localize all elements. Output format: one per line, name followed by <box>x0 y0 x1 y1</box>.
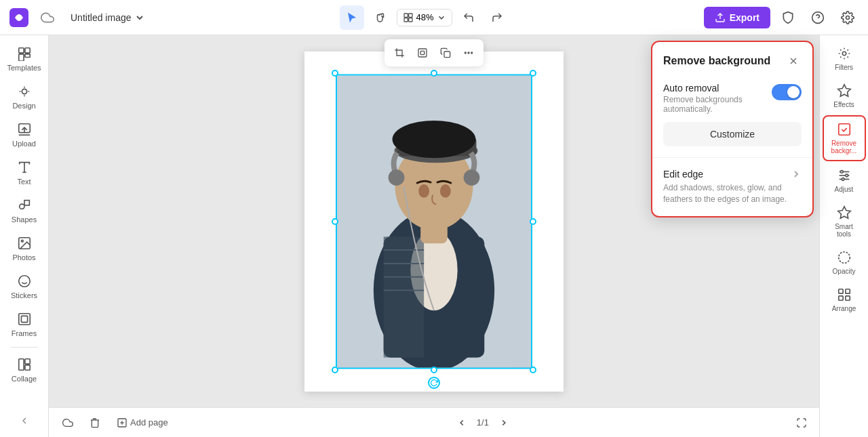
auto-removal-label: Auto removal <box>663 83 766 93</box>
handle-top-right[interactable] <box>530 70 536 77</box>
bottom-left-actions: Add page <box>57 415 174 431</box>
settings-icon[interactable] <box>835 5 860 30</box>
svg-rect-1 <box>404 14 408 17</box>
remove-background-panel: Remove background Auto removal Remove ba… <box>651 41 814 217</box>
redo-button[interactable] <box>485 5 509 30</box>
topbar-right: Export <box>704 5 860 30</box>
cloud-save-icon[interactable] <box>35 5 60 30</box>
svg-point-22 <box>21 240 23 242</box>
document-title[interactable]: Untitled image <box>71 12 145 23</box>
svg-point-13 <box>22 89 26 93</box>
bottom-bar: Add page 1/1 <box>49 407 819 437</box>
logo[interactable] <box>8 7 30 28</box>
svg-rect-29 <box>24 359 29 364</box>
right-panel-filters[interactable]: Filters <box>823 41 866 77</box>
smart-crop-button[interactable] <box>412 42 433 64</box>
canvas-page[interactable] <box>304 51 564 392</box>
right-panel-opacity[interactable]: Opacity <box>823 245 866 280</box>
more-options-button[interactable] <box>458 42 479 64</box>
handle-middle-left[interactable] <box>332 218 338 225</box>
handle-bottom-middle[interactable] <box>431 367 437 373</box>
sidebar-item-shapes[interactable]: Shapes <box>3 192 46 229</box>
handle-middle-right[interactable] <box>530 218 536 225</box>
sidebar-item-stickers[interactable]: Stickers <box>3 268 46 305</box>
panel-title: Remove background <box>663 55 770 67</box>
customize-button[interactable]: Customize <box>663 122 802 146</box>
right-panel-arrange[interactable]: Arrange <box>823 282 866 318</box>
zoom-selector[interactable]: 48% <box>397 9 452 26</box>
undo-button[interactable] <box>456 5 481 30</box>
left-sidebar: Templates Design Upload Te <box>0 35 49 437</box>
select-tool-button[interactable] <box>340 5 364 30</box>
svg-rect-3 <box>404 18 408 21</box>
svg-point-8 <box>846 16 850 19</box>
auto-removal-text: Auto removal Remove backgrounds automati… <box>663 83 766 114</box>
svg-rect-52 <box>418 49 427 57</box>
save-to-cloud-button[interactable] <box>57 415 79 431</box>
edit-edge-desc: Add shadows, strokes, glow, and feathers… <box>663 182 791 205</box>
auto-removal-toggle[interactable] <box>772 84 802 100</box>
handle-bottom-left[interactable] <box>332 367 338 373</box>
help-icon[interactable] <box>806 5 830 30</box>
sidebar-divider <box>11 347 38 348</box>
rotate-handle[interactable] <box>428 377 440 389</box>
svg-point-56 <box>468 52 469 54</box>
pan-tool-button[interactable] <box>368 5 393 30</box>
bottom-right-actions <box>792 413 811 432</box>
auto-removal-section: Auto removal Remove backgrounds automati… <box>652 77 812 157</box>
add-page-button[interactable]: Add page <box>111 415 174 431</box>
next-page-button[interactable] <box>494 413 513 432</box>
svg-point-67 <box>840 171 843 173</box>
sidebar-item-design[interactable]: Design <box>3 79 46 115</box>
handle-bottom-right[interactable] <box>530 367 536 373</box>
svg-rect-63 <box>838 124 850 136</box>
sidebar-item-photos[interactable]: Photos <box>3 230 46 267</box>
handle-top-left[interactable] <box>332 70 338 77</box>
edit-edge-section[interactable]: Edit edge Add shadows, strokes, glow, an… <box>652 158 812 216</box>
sidebar-item-frames[interactable]: Frames <box>3 306 46 343</box>
zoom-level: 48% <box>416 12 434 22</box>
svg-rect-4 <box>408 18 412 21</box>
svg-rect-10 <box>24 48 29 53</box>
sidebar-item-collage[interactable]: Collage <box>3 352 46 388</box>
right-panel-smart-tools[interactable]: Smarttools <box>823 200 866 243</box>
svg-rect-74 <box>838 296 842 300</box>
svg-rect-28 <box>18 359 23 371</box>
svg-point-23 <box>18 276 30 287</box>
edit-edge-label: Edit edge <box>663 169 791 180</box>
svg-rect-27 <box>21 316 27 322</box>
delete-page-button[interactable] <box>84 415 106 431</box>
edit-edge-chevron-icon <box>791 169 802 180</box>
sidebar-item-text[interactable]: Text <box>3 154 46 191</box>
auto-removal-row: Auto removal Remove backgrounds automati… <box>663 83 802 114</box>
panel-close-button[interactable] <box>785 53 802 69</box>
float-toolbar <box>384 39 484 66</box>
svg-rect-11 <box>18 54 23 61</box>
svg-rect-53 <box>420 51 424 54</box>
handle-top-middle[interactable] <box>431 70 437 77</box>
right-panel-remove-background[interactable]: Removebackgr... <box>823 115 866 161</box>
svg-rect-54 <box>444 51 450 58</box>
svg-rect-30 <box>24 365 29 370</box>
right-panel-adjust[interactable]: Adjust <box>823 163 866 199</box>
shield-icon[interactable] <box>776 5 800 30</box>
svg-rect-71 <box>838 289 842 293</box>
duplicate-button[interactable] <box>435 42 456 64</box>
topbar: Untitled image 48% <box>0 0 868 35</box>
svg-point-55 <box>465 52 466 54</box>
edit-edge-text: Edit edge Add shadows, strokes, glow, an… <box>663 169 791 205</box>
auto-removal-desc: Remove backgrounds automatically. <box>663 95 766 114</box>
fit-to-screen-button[interactable] <box>792 413 811 432</box>
crop-button[interactable] <box>389 42 410 64</box>
svg-rect-9 <box>18 48 23 53</box>
export-button[interactable]: Export <box>704 7 770 28</box>
sidebar-collapse-button[interactable] <box>3 410 46 432</box>
svg-point-69 <box>842 178 844 181</box>
sidebar-item-templates[interactable]: Templates <box>3 41 46 77</box>
prev-page-button[interactable] <box>452 413 471 432</box>
svg-rect-73 <box>845 296 849 300</box>
right-panel-effects[interactable]: Effects <box>823 78 866 114</box>
topbar-tools: 48% <box>151 5 698 30</box>
svg-rect-26 <box>18 314 30 325</box>
sidebar-item-upload[interactable]: Upload <box>3 117 46 153</box>
